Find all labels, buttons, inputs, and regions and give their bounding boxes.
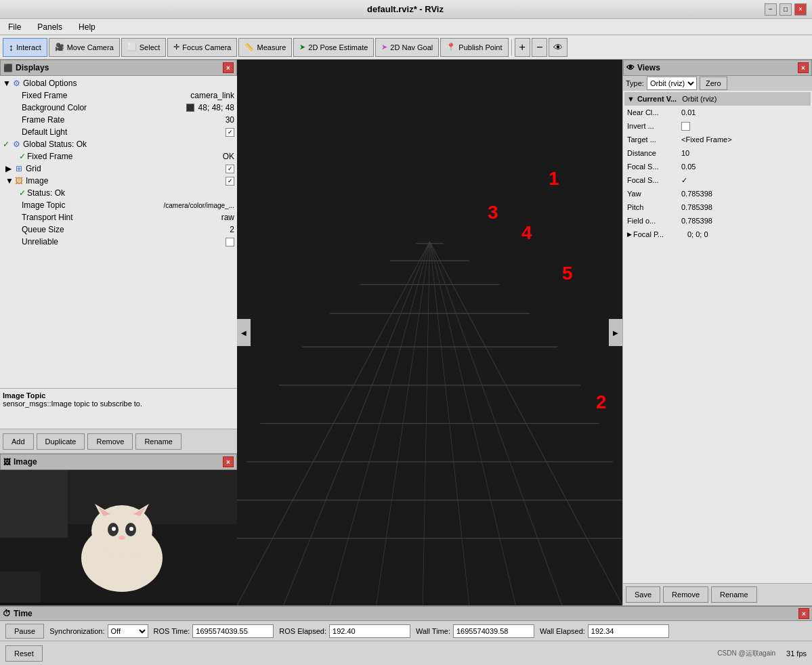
measure-button[interactable]: 📏 Measure [238, 38, 292, 57]
image-status-row[interactable]: ✓ Status: Ok [1, 187, 236, 199]
bg-color-value: 48; 48; 48 [198, 103, 234, 112]
displays-tree[interactable]: ▼ ⚙ Global Options Fixed Frame camera_li… [0, 76, 237, 388]
toolbar-eye-button[interactable]: 👁 [549, 38, 568, 57]
sync-select[interactable]: Off [108, 624, 148, 638]
global-options-arrow[interactable]: ▼ [3, 79, 11, 88]
yaw-row[interactable]: Yaw 0.785398 [624, 187, 811, 200]
minimize-button[interactable]: − [765, 3, 777, 16]
focal-p-arrow[interactable]: ▶ [627, 231, 632, 238]
viewport-grid-svg [237, 60, 622, 605]
queue-size-row[interactable]: Queue Size 2 [1, 223, 236, 236]
focal-s1-value: 0.05 [681, 163, 696, 171]
current-view-arrow[interactable]: ▼ [627, 95, 635, 103]
interact-button[interactable]: ↕ Interact [3, 38, 47, 57]
displays-close-button[interactable]: × [223, 62, 234, 73]
grid-row[interactable]: ▶ ⊞ Grid ✓ [1, 163, 236, 175]
target-row[interactable]: Target ... <Fixed Frame> [624, 133, 811, 146]
menu-help[interactable]: Help [73, 21, 101, 33]
focal-s1-label: Focal S... [627, 163, 681, 171]
publish-point-button[interactable]: 📍 Publish Point [440, 38, 508, 57]
menu-file[interactable]: File [3, 21, 26, 33]
image-row[interactable]: ▼ 🖼 Image ✓ [1, 175, 236, 187]
views-remove-button[interactable]: Remove [663, 586, 708, 603]
remove-button[interactable]: Remove [87, 433, 133, 450]
maximize-button[interactable]: □ [779, 3, 792, 16]
views-close-button[interactable]: × [798, 62, 809, 73]
views-save-button[interactable]: Save [626, 586, 660, 603]
fixed-frame-row[interactable]: Fixed Frame camera_link [1, 89, 236, 102]
focal-p-row[interactable]: ▶ Focal P... 0; 0; 0 [624, 228, 811, 241]
close-button[interactable]: × [794, 3, 807, 16]
toolbar-minus-button[interactable]: − [532, 38, 547, 57]
image-topic-row[interactable]: Image Topic /camera/color/image_... [1, 199, 236, 211]
image-checkbox[interactable]: ✓ [226, 177, 234, 186]
pitch-row[interactable]: Pitch 0.785398 [624, 200, 811, 214]
image-panel-icon: 🖼 [3, 458, 11, 466]
viewport-collapse-left[interactable]: ◀ [237, 319, 251, 346]
views-zero-button[interactable]: Zero [700, 77, 727, 90]
global-options-row[interactable]: ▼ ⚙ Global Options [1, 77, 236, 89]
wall-elapsed-value: 192.34 [588, 624, 669, 638]
current-view-header[interactable]: ▼ Current V... Orbit (rviz) [624, 92, 811, 106]
wall-elapsed-label: Wall Elapsed: [540, 627, 585, 635]
invert-checkbox[interactable] [681, 122, 690, 131]
default-light-label: Default Light [19, 127, 226, 137]
viewport[interactable]: 1 2 3 4 5 ◀ ▶ [237, 60, 622, 605]
invert-row[interactable]: Invert ... [624, 119, 811, 133]
svg-rect-15 [196, 558, 237, 603]
image-arrow[interactable]: ▼ [5, 176, 14, 186]
unreliable-row[interactable]: Unreliable [1, 236, 236, 248]
move-camera-button[interactable]: 🎥 Move Camera [49, 38, 120, 57]
toolbar: ↕ Interact 🎥 Move Camera ⬜ Select ✛ Focu… [0, 35, 812, 60]
main-layout: ⬛ Displays × ▼ ⚙ Global Options Fixed Fr… [0, 60, 812, 605]
rename-button[interactable]: Rename [135, 433, 181, 450]
grid-checkbox[interactable]: ✓ [226, 165, 234, 173]
focus-camera-icon: ✛ [173, 43, 179, 51]
distance-row[interactable]: Distance 10 [624, 146, 811, 160]
displays-buttons-row: Add Duplicate Remove Rename [0, 429, 237, 453]
views-type-select[interactable]: Orbit (rviz) [647, 77, 697, 90]
nav-goal-button[interactable]: ➤ 2D Nav Goal [375, 38, 439, 57]
pause-button[interactable]: Pause [5, 624, 44, 639]
ros-time-group: ROS Time: 1695574039.55 [154, 624, 274, 638]
pitch-value: 0.785398 [681, 203, 712, 211]
ros-time-label: ROS Time: [154, 627, 190, 635]
select-button[interactable]: ⬜ Select [121, 38, 167, 57]
viewport-collapse-right[interactable]: ▶ [609, 319, 622, 346]
image-icon: 🖼 [14, 175, 24, 186]
image-status-check: ✓ [19, 188, 26, 198]
pose-estimate-button[interactable]: ➤ 2D Pose Estimate [293, 38, 374, 57]
add-button[interactable]: Add [3, 433, 34, 450]
svg-rect-14 [0, 572, 41, 603]
views-rename-button[interactable]: Rename [711, 586, 757, 603]
focal-s2-row[interactable]: Focal S... ✓ [624, 173, 811, 187]
timebar-close-button[interactable]: × [798, 608, 809, 619]
field-row[interactable]: Field o... 0.785398 [624, 214, 811, 228]
svg-rect-1 [0, 470, 68, 538]
ros-time-value: 1695574039.55 [192, 624, 274, 638]
sync-group: Synchronization: Off [49, 624, 148, 638]
default-light-checkbox[interactable]: ✓ [226, 128, 234, 137]
transport-hint-row[interactable]: Transport Hint raw [1, 211, 236, 223]
reset-button[interactable]: Reset [5, 645, 43, 662]
global-status-fixed-frame-row[interactable]: ✓ Fixed Frame OK [1, 150, 236, 163]
focus-camera-button[interactable]: ✛ Focus Camera [167, 38, 237, 57]
focal-s1-row[interactable]: Focal S... 0.05 [624, 160, 811, 173]
distance-value: 10 [681, 149, 689, 157]
publish-point-label: Publish Point [458, 43, 502, 51]
menu-panels[interactable]: Panels [32, 21, 68, 33]
duplicate-button[interactable]: Duplicate [37, 433, 85, 450]
default-light-row[interactable]: Default Light ✓ [1, 126, 236, 138]
frame-rate-row[interactable]: Frame Rate 30 [1, 114, 236, 126]
current-view-label: Current V... [637, 95, 677, 103]
grid-arrow[interactable]: ▶ [5, 164, 14, 173]
wall-elapsed-group: Wall Elapsed: 192.34 [540, 624, 669, 638]
bg-color-row[interactable]: Background Color 48; 48; 48 [1, 102, 236, 114]
fixed-frame-check: ✓ [19, 152, 26, 161]
near-clip-row[interactable]: Near Cl... 0.01 [624, 106, 811, 119]
global-status-row[interactable]: ✓ ⚙ Global Status: Ok [1, 138, 236, 150]
image-panel-close-button[interactable]: × [223, 456, 234, 467]
move-camera-icon: 🎥 [55, 43, 64, 51]
unreliable-checkbox[interactable] [226, 238, 234, 246]
toolbar-plus-button[interactable]: + [515, 38, 530, 57]
